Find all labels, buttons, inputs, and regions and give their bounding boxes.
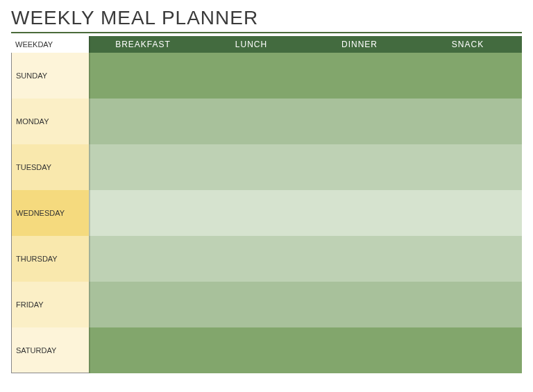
cell-tuesday-lunch[interactable] bbox=[197, 144, 305, 190]
day-label-thursday: THURSDAY bbox=[11, 236, 89, 282]
header-meal-dinner: DINNER bbox=[305, 36, 414, 53]
header-meal-snack: SNACK bbox=[414, 36, 522, 53]
cell-saturday-breakfast[interactable] bbox=[89, 327, 197, 373]
cell-wednesday-breakfast[interactable] bbox=[89, 190, 197, 236]
day-label-tuesday: TUESDAY bbox=[11, 144, 89, 190]
meal-planner-grid: WEEKDAY BREAKFAST LUNCH DINNER SNACK SUN… bbox=[11, 36, 522, 373]
cell-monday-lunch[interactable] bbox=[197, 99, 305, 144]
cell-monday-breakfast[interactable] bbox=[89, 99, 197, 144]
cell-tuesday-breakfast[interactable] bbox=[89, 144, 197, 190]
day-label-saturday: SATURDAY bbox=[11, 327, 89, 373]
cell-sunday-dinner[interactable] bbox=[305, 53, 414, 99]
cell-tuesday-snack[interactable] bbox=[414, 144, 522, 190]
cell-saturday-snack[interactable] bbox=[414, 327, 522, 373]
cell-saturday-lunch[interactable] bbox=[197, 327, 305, 373]
cell-wednesday-lunch[interactable] bbox=[197, 190, 305, 236]
cell-sunday-snack[interactable] bbox=[414, 53, 522, 99]
cell-saturday-dinner[interactable] bbox=[305, 327, 414, 373]
cell-thursday-dinner[interactable] bbox=[305, 236, 414, 282]
cell-monday-snack[interactable] bbox=[414, 99, 522, 144]
cell-friday-snack[interactable] bbox=[414, 282, 522, 327]
header-weekday: WEEKDAY bbox=[11, 36, 89, 53]
cell-thursday-breakfast[interactable] bbox=[89, 236, 197, 282]
cell-friday-dinner[interactable] bbox=[305, 282, 414, 327]
cell-tuesday-dinner[interactable] bbox=[305, 144, 414, 190]
cell-sunday-breakfast[interactable] bbox=[89, 53, 197, 99]
cell-wednesday-dinner[interactable] bbox=[305, 190, 414, 236]
day-label-wednesday: WEDNESDAY bbox=[11, 190, 89, 236]
day-label-sunday: SUNDAY bbox=[11, 53, 89, 99]
header-meal-lunch: LUNCH bbox=[197, 36, 305, 53]
cell-thursday-snack[interactable] bbox=[414, 236, 522, 282]
header-meal-breakfast: BREAKFAST bbox=[89, 36, 197, 53]
day-label-friday: FRIDAY bbox=[11, 282, 89, 327]
page-title: WEEKLY MEAL PLANNER bbox=[11, 7, 522, 33]
cell-sunday-lunch[interactable] bbox=[197, 53, 305, 99]
cell-thursday-lunch[interactable] bbox=[197, 236, 305, 282]
cell-friday-breakfast[interactable] bbox=[89, 282, 197, 327]
day-label-monday: MONDAY bbox=[11, 99, 89, 144]
cell-monday-dinner[interactable] bbox=[305, 99, 414, 144]
cell-wednesday-snack[interactable] bbox=[414, 190, 522, 236]
cell-friday-lunch[interactable] bbox=[197, 282, 305, 327]
